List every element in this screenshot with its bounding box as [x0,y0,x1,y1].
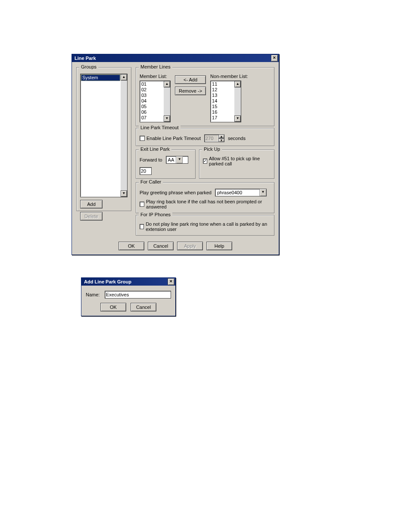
for-caller-legend: For Caller [139,179,163,184]
nonmember-scrollbar[interactable]: ▲ ▼ [234,81,241,122]
add-group-dialog: Add Line Park Group ✕ Name: Executives O… [81,277,176,316]
forward-ext-input[interactable]: 20 [140,167,152,175]
name-label: Name: [86,292,101,297]
enable-timeout-label: Enable Line Park Timeout [146,136,201,141]
list-item[interactable]: 04 [140,98,163,104]
list-item[interactable]: 15 [211,104,234,109]
timeout-legend: Line Park Timeout [139,125,181,130]
add-group-titlebar[interactable]: Add Line Park Group ✕ [81,278,175,286]
play-phrase-label: Play greeting phrase when parked [140,190,212,195]
add-member-button[interactable]: <- Add [175,75,206,84]
nonmember-list[interactable]: 11121314151617181920 ▲ ▼ [210,81,241,122]
close-icon[interactable]: ✕ [271,55,278,62]
allow-pickup-checkbox[interactable]: Allow #51 to pick up line parked call [203,156,271,166]
list-item[interactable]: System [81,75,120,81]
exit-panel: Exit Line Park Forward to AA ▼ 20 [136,149,196,179]
scroll-down-icon[interactable]: ▼ [121,190,127,197]
groups-delete-button[interactable]: Delete [80,212,103,221]
list-item[interactable]: 17 [211,115,234,121]
list-item[interactable]: 01 [140,81,163,87]
list-item[interactable]: 13 [211,93,234,98]
scroll-down-icon[interactable]: ▼ [164,115,170,122]
help-button[interactable]: Help [206,242,232,250]
pickup-panel: Pick Up Allow #51 to pick up line parked… [199,149,274,179]
for-ip-legend: For IP Phones [139,212,172,217]
timeout-spinner[interactable]: 270 ▲ ▼ [204,134,224,142]
member-lines-panel: Member Lines Member List: 01020304050607… [136,67,274,126]
groups-panel: Groups System ▲ ▼ Add Delete [76,67,131,211]
no-ring-checkbox[interactable]: Do not play line park ring tone when a c… [140,221,271,232]
for-caller-panel: For Caller Play greeting phrase when par… [136,182,274,213]
addgroup-cancel-button[interactable]: Cancel [131,303,156,311]
chevron-down-icon[interactable]: ▼ [176,156,183,163]
timeout-unit-label: seconds [228,136,246,141]
add-group-title: Add Line Park Group [84,279,131,284]
forward-target-value: AA [166,156,176,163]
list-item[interactable]: 16 [211,109,234,115]
remove-member-button[interactable]: Remove -> [175,87,206,95]
list-item[interactable]: 06 [140,109,163,115]
list-item[interactable]: 02 [140,87,163,93]
nonmember-list-label: Non-member List: [210,74,248,79]
forward-to-label: Forward to [140,157,162,162]
phrase-value: phrase0400 [215,189,259,196]
list-item[interactable]: 08 [140,121,163,121]
cancel-button[interactable]: Cancel [148,242,174,250]
scroll-up-icon[interactable]: ▲ [164,81,170,87]
list-item[interactable]: 05 [140,104,163,109]
name-input[interactable]: Executives [105,291,171,299]
scroll-down-icon[interactable]: ▼ [234,115,241,122]
phrase-combo[interactable]: phrase0400 ▼ [215,189,267,196]
ok-button[interactable]: OK [118,242,144,250]
scroll-up-icon[interactable]: ▲ [234,81,241,87]
member-list[interactable]: 01020304050607080910 ▲ ▼ [140,81,171,122]
linepark-dialog: Line Park ✕ Groups System ▲ ▼ Add [72,54,279,255]
linepark-titlebar[interactable]: Line Park ✕ [72,54,279,62]
list-item[interactable]: 12 [211,87,234,93]
groups-legend: Groups [79,64,98,69]
linepark-title: Line Park [75,56,96,61]
addgroup-ok-button[interactable]: OK [100,303,126,311]
no-ring-label: Do not play line park ring tone when a c… [146,221,271,232]
allow-pickup-label: Allow #51 to pick up line parked call [209,156,271,166]
ringback-label: Play ring back tone if the call has not … [146,199,271,209]
for-ip-panel: For IP Phones Do not play line park ring… [136,215,274,236]
groups-list[interactable]: System ▲ ▼ [80,74,128,197]
apply-button[interactable]: Apply [177,242,203,250]
spinner-down-icon[interactable]: ▼ [218,138,224,142]
chevron-down-icon[interactable]: ▼ [259,189,266,196]
member-scrollbar[interactable]: ▲ ▼ [164,81,170,122]
close-icon[interactable]: ✕ [168,278,174,285]
scroll-up-icon[interactable]: ▲ [121,74,127,81]
groups-scrollbar[interactable]: ▲ ▼ [121,74,127,197]
timeout-input[interactable]: 270 [204,134,219,142]
timeout-panel: Line Park Timeout Enable Line Park Timeo… [136,128,274,146]
ringback-checkbox[interactable]: Play ring back tone if the call has not … [140,199,271,209]
forward-target-combo[interactable]: AA ▼ [166,156,188,164]
list-item[interactable]: 11 [211,81,234,87]
enable-timeout-checkbox[interactable]: Enable Line Park Timeout [140,136,201,141]
list-item[interactable]: 18 [211,121,234,121]
groups-add-button[interactable]: Add [80,200,103,208]
member-list-label: Member List: [140,74,171,79]
pickup-legend: Pick Up [202,146,222,152]
list-item[interactable]: 14 [211,98,234,104]
exit-legend: Exit Line Park [139,146,171,152]
spinner-up-icon[interactable]: ▲ [218,134,224,138]
list-item[interactable]: 03 [140,93,163,98]
list-item[interactable]: 07 [140,115,163,121]
member-lines-legend: Member Lines [139,64,172,69]
